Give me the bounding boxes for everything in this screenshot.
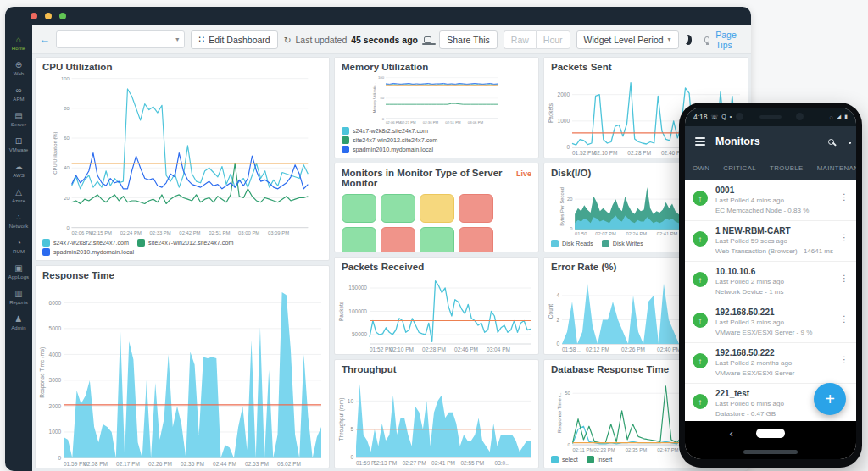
phone-appbar: Monitors	[685, 126, 856, 157]
last-updated-value: 45 seconds ago	[351, 35, 418, 45]
last-polled: Last Polled 2 months ago	[715, 359, 837, 367]
monitor-type-value: Network Device - 1 ms	[715, 288, 837, 296]
legend-item[interactable]: s24x7-w2k8r2.site24x7.com	[342, 127, 428, 135]
widget-level-period-select[interactable]: Widget Level Period ▾	[576, 30, 679, 49]
legend-item[interactable]: site24x7-win2012.site24x7.com	[137, 239, 233, 247]
kebab-menu-icon[interactable]: ⋮	[840, 314, 849, 324]
sidebar-item-admin[interactable]: ♟Admin	[5, 312, 32, 335]
edit-dashboard-button[interactable]: ∷ Edit Dashboard	[191, 30, 277, 49]
svg-text:02:33 PM: 02:33 PM	[150, 230, 171, 236]
list-item[interactable]: ↑1 NEW-RBM-CARTLast Polled 59 secs agoWe…	[685, 221, 856, 262]
svg-text:03:09 PM: 03:09 PM	[268, 230, 289, 236]
close-button[interactable]	[31, 13, 37, 19]
legend-item[interactable]: spadmin2010.mydomain.local	[42, 248, 134, 256]
tab-own[interactable]: OWN	[687, 157, 715, 180]
globe-icon: ⊕	[15, 61, 22, 69]
monitor-tile-up[interactable]	[342, 194, 376, 223]
maximize-button[interactable]	[59, 13, 66, 19]
monitor-name: 192.168.50.221	[715, 308, 837, 317]
svg-text:02:41 PM: 02:41 PM	[657, 231, 678, 236]
monitor-tile-down[interactable]	[459, 194, 493, 223]
kebab-menu-icon[interactable]: ⋮	[840, 274, 849, 283]
nav-back-icon[interactable]: ‹	[730, 427, 733, 440]
card-title: Packets Sent	[544, 58, 748, 75]
legend-item[interactable]: select	[551, 456, 578, 463]
hour-toggle[interactable]: Hour	[536, 30, 570, 49]
sidebar-item-web[interactable]: ⊕Web	[5, 58, 32, 80]
page-tips-link[interactable]: Page Tips	[715, 30, 744, 50]
sidebar-item-rum[interactable]: ◔RUM	[5, 236, 32, 258]
monitor-tile-down[interactable]	[381, 227, 415, 252]
legend-item[interactable]: spadmin2010.mydomain.local	[342, 146, 433, 153]
monitor-name: 1 NEW-RBM-CART	[715, 226, 837, 236]
sidebar-item-apm[interactable]: ∞APM	[5, 83, 32, 106]
svg-text:01:50 ..: 01:50 ..	[575, 231, 591, 236]
hamburger-menu-icon[interactable]	[695, 137, 705, 146]
svg-text:02:10 PM: 02:10 PM	[390, 346, 414, 352]
sidebar-item-label: Web	[14, 71, 25, 76]
svg-text:Count: Count	[548, 304, 554, 319]
legend-label: Disk Reads	[562, 240, 593, 247]
screenshot-root: ⌂Home⊕Web∞APM▤Server⊞VMware☁AWS△Azure∴Ne…	[0, 0, 868, 471]
share-device-icon[interactable]	[424, 36, 431, 43]
card-title: Response Time	[36, 266, 329, 283]
svg-text:60: 60	[64, 136, 70, 141]
rum-gauge-icon: ◔	[16, 239, 21, 247]
tab-trouble[interactable]: TROUBLE	[764, 157, 810, 180]
tab-maintenance[interactable]: MAINTENANCE	[811, 157, 856, 180]
svg-text:02:17 PM: 02:17 PM	[116, 460, 140, 466]
back-arrow-icon[interactable]: ←	[39, 33, 50, 46]
sidebar-item-aws[interactable]: ☁AWS	[5, 159, 32, 182]
svg-text:4: 4	[556, 292, 559, 298]
kebab-menu-icon[interactable]: ⋮	[840, 192, 849, 202]
list-item[interactable]: ↑10.10.10.6Last Polled 2 mins agoNetwork…	[685, 262, 856, 302]
bulb-icon	[704, 36, 709, 43]
add-monitor-fab[interactable]: +	[814, 383, 846, 415]
svg-text:02:44 PM: 02:44 PM	[213, 460, 236, 466]
minimize-button[interactable]	[45, 13, 52, 19]
dark-mode-moon-icon[interactable]	[685, 35, 693, 45]
legend-item[interactable]: s24x7-w2k8r2.site24x7.com	[42, 239, 129, 247]
phone-navbar: ‹	[685, 421, 856, 445]
list-item[interactable]: ↑192.168.50.221Last Polled 3 mins agoVMw…	[685, 302, 856, 343]
sidebar-item-server[interactable]: ▤Server	[5, 108, 32, 131]
dashboard-select[interactable]: ▾	[56, 30, 185, 48]
svg-text:2000: 2000	[558, 91, 570, 97]
sidebar-item-home[interactable]: ⌂Home	[5, 32, 32, 55]
sidebar-item-vmware[interactable]: ⊞VMware	[5, 134, 32, 157]
sidebar-item-azure[interactable]: △Azure	[5, 185, 32, 208]
monitor-tile-up[interactable]	[342, 227, 376, 252]
status-up-icon: ↑	[693, 313, 708, 328]
monitor-tile-trouble[interactable]	[420, 194, 454, 223]
legend-item[interactable]: Disk Writes	[602, 240, 643, 247]
nav-home-pill[interactable]	[756, 429, 785, 438]
status-up-icon: ↑	[693, 353, 708, 368]
search-icon[interactable]	[828, 139, 834, 145]
list-item[interactable]: ↑192.168.50.222Last Polled 2 months agoV…	[685, 343, 856, 384]
monitor-tile-down[interactable]	[459, 227, 493, 252]
sidebar-item-reports[interactable]: ▥Reports	[5, 286, 32, 309]
svg-text:50000: 50000	[352, 331, 367, 337]
battery-icon: ▮	[844, 114, 848, 120]
kebab-menu-icon[interactable]: ⋮	[840, 233, 849, 242]
sidebar-item-label: VMware	[9, 147, 29, 152]
legend-item[interactable]: insert	[587, 456, 613, 463]
list-item[interactable]: ↑0001Last Polled 4 mins agoEC Memcached …	[685, 180, 856, 221]
raw-toggle[interactable]: Raw	[504, 30, 536, 49]
refresh-icon[interactable]: ↻	[284, 35, 292, 45]
sidebar-item-network[interactable]: ∴Network	[5, 210, 32, 233]
cloud-icon: ☁	[14, 163, 23, 171]
svg-text:03:06 PM: 03:06 PM	[468, 120, 484, 125]
status-time: 4:18	[693, 113, 708, 121]
kebab-menu-icon[interactable]: ⋮	[840, 355, 849, 364]
legend-item[interactable]: Disk Reads	[551, 240, 593, 247]
binoculars-icon: ∞	[15, 86, 21, 95]
monitor-tile-up[interactable]	[420, 227, 454, 252]
legend-item[interactable]: site24x7-win2012.site24x7.com	[342, 136, 437, 144]
monitor-name: 192.168.50.222	[715, 348, 837, 357]
share-this-button[interactable]: Share This	[439, 30, 498, 49]
monitor-tile-up[interactable]	[381, 194, 415, 223]
svg-text:02:24 PM: 02:24 PM	[626, 231, 648, 236]
sidebar-item-applogs[interactable]: ▣AppLogs	[5, 261, 32, 284]
tab-critical[interactable]: CRITICAL	[717, 157, 762, 180]
